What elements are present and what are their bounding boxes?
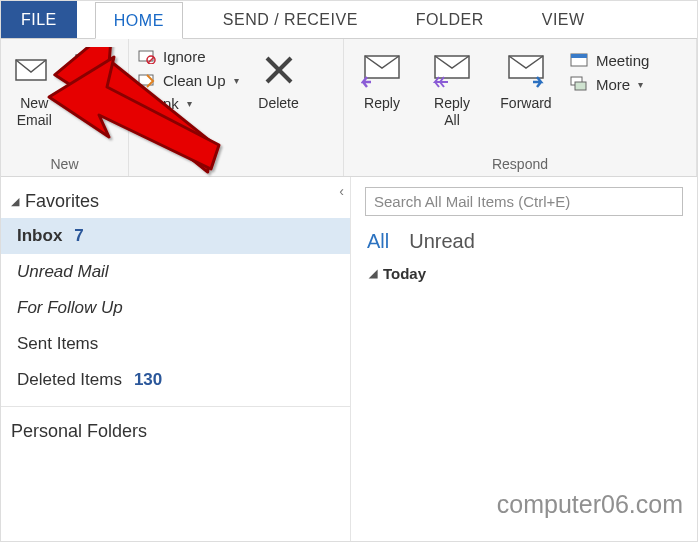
folder-label: For Follow Up	[17, 298, 123, 318]
group-today[interactable]: ◢ Today	[365, 265, 683, 282]
clean-up-button[interactable]: Clean Up ▾	[137, 71, 239, 89]
chevron-down-icon: ▾	[638, 79, 643, 90]
folder-label: Deleted Items	[17, 370, 122, 390]
folder-count: 130	[134, 370, 162, 390]
favorites-label: Favorites	[25, 191, 99, 212]
search-input[interactable]: Search All Mail Items (Ctrl+E)	[365, 187, 683, 216]
delete-button[interactable]: Delete	[249, 45, 309, 112]
folder-deleted-items[interactable]: Deleted Items 130	[1, 362, 350, 398]
new-email-label: New Email	[17, 95, 52, 129]
reply-icon	[361, 49, 403, 91]
tab-folder[interactable]: FOLDER	[398, 1, 502, 38]
reply-all-button[interactable]: Reply All	[422, 45, 482, 129]
meeting-button[interactable]: Meeting	[570, 51, 649, 69]
more-button[interactable]: More ▾	[570, 75, 649, 93]
clean-up-icon	[137, 71, 157, 89]
tab-send-receive[interactable]: SEND / RECEIVE	[205, 1, 376, 38]
svg-rect-3	[97, 78, 110, 85]
more-label: More	[596, 76, 630, 93]
new-items-label: Ite	[87, 95, 103, 112]
filter-all[interactable]: All	[367, 230, 389, 253]
svg-rect-16	[575, 82, 586, 90]
folder-follow-up[interactable]: For Follow Up	[1, 290, 350, 326]
svg-rect-14	[571, 54, 587, 58]
search-placeholder: Search All Mail Items (Ctrl+E)	[374, 193, 570, 210]
collapse-icon: ◢	[11, 195, 19, 208]
chevron-down-icon: ▾	[234, 75, 239, 86]
folder-sent-items[interactable]: Sent Items	[1, 326, 350, 362]
junk-button[interactable]: nk ▾	[137, 95, 239, 112]
folder-unread-mail[interactable]: Unread Mail	[1, 254, 350, 290]
group-label-new: New	[9, 154, 120, 176]
folder-count: 7	[74, 226, 83, 246]
new-items-icon	[74, 49, 116, 91]
forward-label: Forward	[500, 95, 551, 112]
filter-unread[interactable]: Unread	[409, 230, 475, 253]
more-icon	[570, 75, 590, 93]
delete-icon	[258, 49, 300, 91]
divider	[1, 406, 350, 407]
meeting-icon	[570, 51, 590, 69]
new-email-button[interactable]: New Email	[9, 45, 60, 129]
tab-view[interactable]: VIEW	[524, 1, 603, 38]
ignore-icon	[137, 47, 157, 65]
personal-folders-label: Personal Folders	[11, 421, 147, 442]
collapse-sidebar-button[interactable]: ‹	[339, 183, 344, 199]
collapse-icon: ◢	[369, 267, 377, 280]
folder-label: Sent Items	[17, 334, 98, 354]
reply-label: Reply	[364, 95, 400, 112]
reply-all-label: Reply All	[434, 95, 470, 129]
clean-up-label: Clean Up	[163, 72, 226, 89]
favorites-header[interactable]: ◢ Favorites	[1, 185, 350, 218]
folder-label: Unread Mail	[17, 262, 109, 282]
meeting-label: Meeting	[596, 52, 649, 69]
reply-button[interactable]: Reply	[352, 45, 412, 112]
tab-file[interactable]: FILE	[1, 1, 77, 38]
new-items-button[interactable]: Ite	[70, 45, 121, 112]
tab-home[interactable]: HOME	[95, 2, 183, 39]
personal-folders-header[interactable]: Personal Folders	[1, 415, 350, 448]
ignore-label: Ignore	[163, 48, 206, 65]
group-label-respond: Respond	[352, 154, 688, 176]
folder-inbox[interactable]: Inbox 7	[1, 218, 350, 254]
reply-all-icon	[431, 49, 473, 91]
today-label: Today	[383, 265, 426, 282]
new-email-icon	[13, 49, 55, 91]
group-label-delete	[137, 170, 335, 176]
ignore-button[interactable]: Ignore	[137, 47, 239, 65]
chevron-down-icon: ▾	[187, 98, 192, 109]
folder-label: Inbox	[17, 226, 62, 246]
junk-label: nk	[163, 95, 179, 112]
delete-label: Delete	[258, 95, 298, 112]
forward-icon	[505, 49, 547, 91]
forward-button[interactable]: Forward	[492, 45, 560, 112]
